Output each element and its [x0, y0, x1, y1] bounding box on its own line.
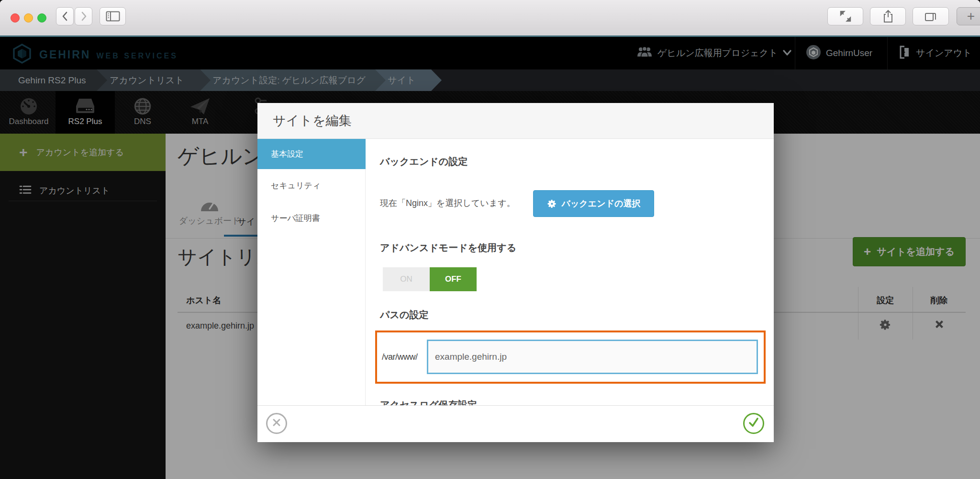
back-button[interactable] [56, 7, 74, 25]
advanced-mode-heading: アドバンスドモードを使用する [380, 241, 516, 254]
backend-current-text: 現在「Nginx」を選択しています。 [380, 197, 515, 209]
path-input[interactable] [427, 340, 758, 374]
modal-body: バックエンドの設定 現在「Nginx」を選択しています。 バックエンドの選択 ア… [366, 139, 774, 405]
web-page: GEHIRNWEB SERVICES ゲヒルン広報用プロジェクト GehirnU… [0, 37, 980, 479]
forward-button[interactable] [75, 7, 92, 25]
check-icon [748, 417, 759, 430]
gear-icon [547, 199, 557, 209]
forward-icon [79, 11, 89, 22]
path-heading: パスの設定 [380, 308, 428, 321]
share-button[interactable] [870, 7, 906, 25]
back-icon [60, 11, 70, 22]
minimize-window-button[interactable] [24, 13, 33, 23]
sidebar-toggle-button[interactable] [100, 7, 126, 25]
backend-heading: バックエンドの設定 [380, 155, 468, 168]
modal-tab-security[interactable]: セキュリティ [257, 172, 365, 199]
toggle-off-button[interactable]: OFF [430, 267, 477, 291]
toggle-on-button[interactable]: ON [383, 267, 430, 291]
modal-titlebar: サイトを編集 [257, 103, 774, 139]
tab-overview-icon [924, 10, 937, 23]
modal-title: サイトを編集 [273, 103, 352, 138]
path-setting-highlight-box: /var/www/ [375, 331, 766, 384]
modal-footer [257, 405, 774, 442]
plus-icon: + [967, 9, 975, 24]
edit-site-modal: サイトを編集 基本設定 セキュリティ サーバ証明書 バックエンドの設定 現在「N… [257, 103, 774, 442]
modal-tab-server-certificate[interactable]: サーバ証明書 [257, 205, 365, 232]
confirm-button[interactable] [743, 413, 764, 434]
modal-tab-basic-settings[interactable]: 基本設定 [257, 139, 366, 169]
path-prefix: /var/www/ [382, 332, 418, 382]
window-titlebar: + [0, 0, 980, 36]
close-icon [272, 418, 281, 429]
browser-window: + GEHIRNWEB SERVICES ゲヒルン広報用プロジェクト Gehir… [0, 0, 980, 479]
select-backend-button[interactable]: バックエンドの選択 [533, 190, 654, 217]
access-log-heading: アクセスログ保存設定 [380, 399, 477, 405]
new-tab-button[interactable]: + [957, 7, 980, 25]
modal-tab-column: 基本設定 セキュリティ サーバ証明書 [257, 139, 366, 405]
fullscreen-icon [839, 10, 852, 23]
share-icon [882, 10, 894, 23]
fullscreen-button[interactable] [827, 7, 863, 25]
cancel-button[interactable] [266, 413, 287, 434]
sidebar-toggle-icon [106, 11, 120, 22]
tab-overview-button[interactable] [913, 7, 949, 25]
advanced-mode-toggle: ON OFF [383, 267, 477, 291]
zoom-window-button[interactable] [37, 13, 46, 23]
close-window-button[interactable] [11, 13, 20, 23]
